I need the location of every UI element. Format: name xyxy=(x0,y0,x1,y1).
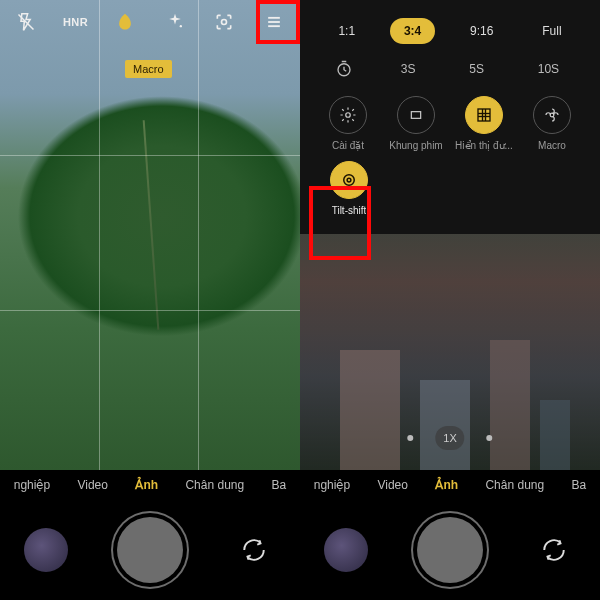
bottom-controls xyxy=(300,500,600,600)
option-frame[interactable]: Khung phim xyxy=(385,96,447,151)
timer-option[interactable]: 3S xyxy=(387,56,430,82)
flash-off-icon[interactable] xyxy=(6,11,46,33)
timer-option[interactable]: 5S xyxy=(455,56,498,82)
svg-point-16 xyxy=(347,178,351,182)
mode-item-active[interactable]: Ảnh xyxy=(435,478,458,492)
gridline-h1 xyxy=(0,155,300,156)
leaf-decoration xyxy=(143,120,160,330)
settings-panel: 1:1 3:4 9:16 Full 3S 5S 10S Cài đặt Khun… xyxy=(300,0,600,234)
timer-row: 3S 5S 10S xyxy=(314,56,586,82)
hdr-icon[interactable]: HNR xyxy=(56,11,96,33)
svg-rect-9 xyxy=(478,109,490,121)
mode-badge: Macro xyxy=(125,60,172,78)
options-row-1: Cài đặt Khung phim Hiển thị đư... Macro xyxy=(314,96,586,151)
timer-icon[interactable] xyxy=(327,60,361,78)
option-label: Khung phim xyxy=(389,140,442,151)
screen-right: 1X 1:1 3:4 9:16 Full 3S 5S 10S Cài đặt K… xyxy=(300,0,600,600)
svg-rect-8 xyxy=(411,112,420,119)
timer-option[interactable]: 10S xyxy=(524,56,573,82)
ratio-option[interactable]: Full xyxy=(528,18,575,44)
svg-point-15 xyxy=(344,175,355,186)
zoom-level[interactable]: 1X xyxy=(435,426,464,450)
mode-item[interactable]: Ba xyxy=(572,478,587,492)
ratio-option[interactable]: 1:1 xyxy=(324,18,369,44)
flower-icon xyxy=(533,96,571,134)
gridline-h2 xyxy=(0,310,300,311)
zoom-dot[interactable] xyxy=(487,435,493,441)
mode-item[interactable]: Video xyxy=(377,478,407,492)
mode-selector[interactable]: nghiệp Video Ảnh Chân dung Ba xyxy=(0,470,300,500)
switch-camera-button[interactable] xyxy=(532,528,576,572)
mode-selector[interactable]: nghiệp Video Ảnh Chân dung Ba xyxy=(300,470,600,500)
mode-item[interactable]: Video xyxy=(77,478,107,492)
svg-point-7 xyxy=(346,113,351,118)
svg-point-2 xyxy=(222,20,227,25)
option-settings[interactable]: Cài đặt xyxy=(317,96,379,151)
ratio-option-active[interactable]: 3:4 xyxy=(390,18,435,44)
mode-item-active[interactable]: Ảnh xyxy=(135,478,158,492)
gridline-v1 xyxy=(99,0,100,470)
sparkle-icon[interactable] xyxy=(155,11,195,33)
option-label: Tilt-shift xyxy=(332,205,367,216)
shutter-button[interactable] xyxy=(417,517,483,583)
option-tiltshift[interactable]: Tilt-shift xyxy=(318,161,380,216)
options-row-2: Tilt-shift xyxy=(314,161,586,216)
mode-item[interactable]: nghiệp xyxy=(314,478,350,492)
viewfinder[interactable]: Macro HNR xyxy=(0,0,300,470)
ratio-option[interactable]: 9:16 xyxy=(456,18,507,44)
mode-item[interactable]: Chân dung xyxy=(185,478,244,492)
leaf-icon[interactable] xyxy=(105,11,145,33)
mode-item[interactable]: Chân dung xyxy=(485,478,544,492)
option-gridlines[interactable]: Hiển thị đư... xyxy=(453,96,515,151)
option-macro[interactable]: Macro xyxy=(521,96,583,151)
mode-item[interactable]: nghiệp xyxy=(14,478,50,492)
grid-icon xyxy=(465,96,503,134)
top-icon-bar: HNR xyxy=(0,0,300,44)
option-label: Macro xyxy=(538,140,566,151)
aspect-ratio-row: 1:1 3:4 9:16 Full xyxy=(314,18,586,44)
gear-icon xyxy=(329,96,367,134)
menu-icon[interactable] xyxy=(254,11,294,33)
option-label: Hiển thị đư... xyxy=(455,140,513,151)
gridline-v2 xyxy=(198,0,199,470)
switch-camera-button[interactable] xyxy=(232,528,276,572)
shutter-button[interactable] xyxy=(117,517,183,583)
target-icon xyxy=(330,161,368,199)
zoom-selector[interactable]: 1X xyxy=(407,426,492,450)
frame-icon xyxy=(397,96,435,134)
google-lens-icon[interactable] xyxy=(204,11,244,33)
svg-point-1 xyxy=(179,25,181,27)
bottom-controls xyxy=(0,500,300,600)
zoom-dot[interactable] xyxy=(407,435,413,441)
screen-left: Macro HNR nghiệp Video Ảnh xyxy=(0,0,300,600)
option-label: Cài đặt xyxy=(332,140,364,151)
gallery-thumbnail[interactable] xyxy=(24,528,68,572)
mode-item[interactable]: Ba xyxy=(272,478,287,492)
gallery-thumbnail[interactable] xyxy=(324,528,368,572)
